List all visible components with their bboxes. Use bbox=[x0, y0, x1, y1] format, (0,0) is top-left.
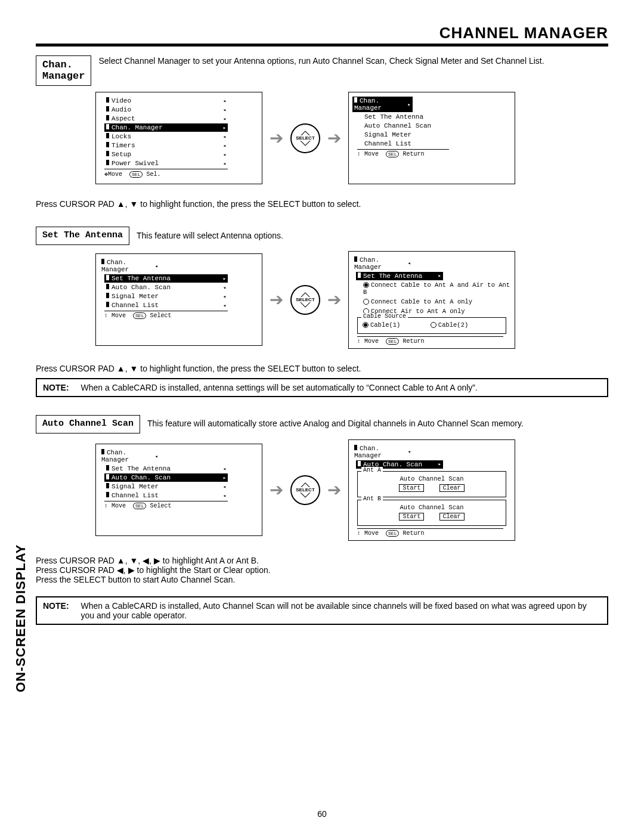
osd-cm2-footer: ↕ Move SEL Select bbox=[104, 311, 228, 319]
antenna-option: Connect Cable to Ant A and Air to Ant B bbox=[363, 281, 510, 296]
osd-main-item-locks: Locks◂ bbox=[104, 132, 228, 141]
radio-icon bbox=[363, 322, 369, 328]
osd-as-header1: Chan. Manager◂ bbox=[352, 444, 413, 460]
osd-main-item-video: Video◂ bbox=[104, 97, 228, 105]
flow-arrow-icon: ➔ bbox=[327, 290, 341, 309]
flow-arrow-icon: ➔ bbox=[270, 128, 283, 148]
start-button: Start bbox=[399, 484, 424, 492]
osd-cm3-item-auto-scan: Auto Chan. Scan▸ bbox=[104, 473, 228, 482]
osd-main-item-timers: Timers◂ bbox=[104, 141, 228, 150]
osd-cm-item: Signal Meter bbox=[357, 131, 449, 139]
start-button: Start bbox=[399, 513, 424, 521]
select-button-icon: SELECT bbox=[290, 285, 320, 315]
osd-sa-header1: Chan. Manager◂ bbox=[352, 256, 413, 271]
osd-cm3-item: Set The Antenna◂ bbox=[104, 465, 228, 473]
osd-sa-footer: ↕ Move SEL Return bbox=[357, 336, 503, 345]
auto-scan-label: Auto Channel Scan bbox=[400, 475, 463, 482]
osd-sa-header2: Set The Antenna▸ bbox=[356, 272, 443, 280]
osd-main-item-audio: Audio◂ bbox=[104, 106, 228, 114]
ant-b-legend: Ant B bbox=[361, 496, 383, 502]
auto-scan-box: Auto Channel Scan bbox=[36, 415, 140, 433]
auto-instr-line1: Press CURSOR PAD ▲, ▼, ◀, ▶ to highlight… bbox=[36, 556, 608, 565]
osd-cm-item: Channel List bbox=[357, 140, 449, 148]
page-number: 60 bbox=[0, 809, 644, 819]
osd-main-footer: ✥Move SEL Sel. bbox=[104, 169, 228, 178]
osd-set-antenna-panel: Chan. Manager◂ Set The Antenna▸ Connect … bbox=[348, 251, 515, 349]
osd-cm-item: Set The Antenna bbox=[357, 113, 449, 121]
auto-scan-desc: This feature will automatically store ac… bbox=[147, 418, 524, 430]
osd-as-footer: ↕ Move SEL Return bbox=[357, 528, 503, 537]
auto-scan-label: Auto Channel Scan bbox=[400, 504, 463, 511]
osd-cm-footer: ↕ Move SEL Return bbox=[357, 149, 449, 157]
auto-instr-line2: Press CURSOR PAD ◀, ▶ to highlight the S… bbox=[36, 565, 608, 575]
osd-cm3-item: Channel List◂ bbox=[104, 491, 228, 500]
osd-cm2-item: Auto Chan. Scan◂ bbox=[104, 283, 228, 292]
sidebar-tab-label: ON-SCREEN DISPLAY bbox=[13, 544, 29, 692]
osd-cm2-item: Signal Meter◂ bbox=[104, 292, 228, 301]
flow-arrow-icon: ➔ bbox=[327, 480, 341, 500]
osd-cm-header: Chan. Manager▸ bbox=[352, 97, 413, 112]
set-antenna-desc: This feature will select Antenna options… bbox=[137, 230, 283, 242]
chan-manager-desc: Select Channel Manager to set your Anten… bbox=[98, 55, 544, 67]
radio-icon bbox=[431, 322, 436, 328]
osd-auto-scan-panel: Chan. Manager◂ Auto Chan. Scan▸ Ant A Au… bbox=[348, 439, 515, 541]
radio-icon bbox=[363, 299, 369, 305]
instr-cursor-select-2: Press CURSOR PAD ▲, ▼ to highlight funct… bbox=[36, 364, 608, 373]
flow-arrow-icon: ➔ bbox=[270, 480, 283, 500]
radio-icon bbox=[363, 282, 369, 288]
clear-button: Clear bbox=[439, 484, 465, 492]
cable-source-legend: Cable Source bbox=[361, 313, 408, 320]
cable-source-option: Cable(2) bbox=[438, 321, 468, 329]
ant-a-legend: Ant A bbox=[361, 467, 383, 473]
note-label: NOTE: bbox=[43, 601, 69, 620]
note-text: When a CableCARD is installed, antenna s… bbox=[81, 383, 478, 392]
ant-a-fieldset: Ant A Auto Channel Scan Start Clear bbox=[357, 471, 506, 497]
osd-main-item-setup: Setup◂ bbox=[104, 150, 228, 159]
note-text: When a CableCARD is installed, Auto Chan… bbox=[81, 601, 601, 620]
cable-source-option: Cable(1) bbox=[370, 321, 400, 329]
flow-arrow-icon: ➔ bbox=[327, 128, 341, 148]
osd-cm2-item: Channel List◂ bbox=[104, 301, 228, 309]
osd-cm2-panel: Chan. Manager◂ Set The Antenna▸ Auto Cha… bbox=[95, 253, 262, 346]
auto-instr-line3: Press the SELECT button to start Auto Ch… bbox=[36, 575, 608, 584]
note-box-1: NOTE: When a CableCARD is installed, ant… bbox=[36, 378, 608, 397]
antenna-option: Connect Cable to Ant A only bbox=[371, 298, 472, 305]
flow-arrow-icon: ➔ bbox=[270, 290, 283, 309]
select-button-icon: SELECT bbox=[290, 123, 320, 153]
page-title: CHANNEL MANAGER bbox=[36, 24, 608, 47]
chan-manager-box: Chan. Manager bbox=[36, 55, 91, 86]
osd-cm3-header: Chan. Manager◂ bbox=[100, 448, 160, 464]
clear-button: Clear bbox=[439, 513, 465, 521]
osd-cm3-panel: Chan. Manager◂ Set The Antenna◂ Auto Cha… bbox=[95, 444, 262, 536]
osd-cm3-item: Signal Meter◂ bbox=[104, 482, 228, 491]
osd-main-item-aspect: Aspect◂ bbox=[104, 114, 228, 123]
osd-main-menu: Video◂ Audio◂ Aspect◂ Chan. Manager▸ Loc… bbox=[95, 92, 262, 184]
osd-chan-manager-submenu: Chan. Manager▸ Set The Antenna Auto Chan… bbox=[348, 92, 515, 184]
osd-main-item-power-swivel: Power Swivel◂ bbox=[104, 159, 228, 168]
osd-cm-item: Auto Channel Scan bbox=[357, 122, 449, 130]
note-label: NOTE: bbox=[43, 383, 69, 392]
set-antenna-box: Set The Antenna bbox=[36, 227, 129, 245]
osd-cm2-header: Chan. Manager◂ bbox=[100, 258, 160, 274]
cable-source-fieldset: Cable Source Cable(1) Cable(2) bbox=[357, 317, 506, 334]
select-button-icon: SELECT bbox=[290, 475, 320, 505]
osd-cm3-footer: ↕ Move SEL Select bbox=[104, 501, 228, 509]
instr-cursor-select-1: Press CURSOR PAD ▲, ▼ to highlight funct… bbox=[36, 199, 608, 209]
osd-cm2-item-set-antenna: Set The Antenna▸ bbox=[104, 274, 228, 283]
ant-b-fieldset: Ant B Auto Channel Scan Start Clear bbox=[357, 500, 506, 526]
osd-main-item-chan-manager: Chan. Manager▸ bbox=[104, 123, 228, 132]
note-box-2: NOTE: When a CableCARD is installed, Aut… bbox=[36, 596, 608, 625]
